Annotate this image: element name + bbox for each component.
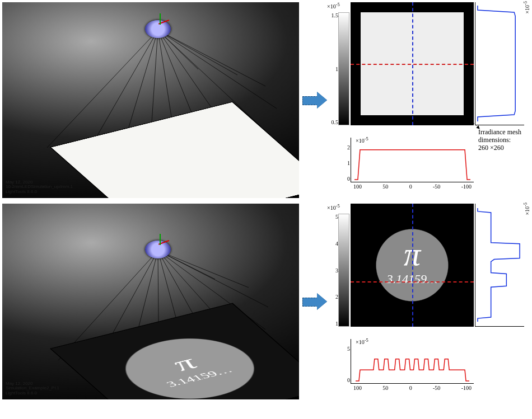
vertical-profile-pi: ×10-5 — [475, 204, 524, 327]
colorbar-gradient — [338, 214, 349, 327]
heatmap-xticks — [351, 126, 474, 136]
colorbar-gradient — [338, 12, 349, 125]
arrow-icon — [302, 293, 327, 310]
cbar-tick: 5 — [330, 214, 338, 220]
render-stamp: May 12, 2020 10-2mmLEDSimulation_updmm.1… — [6, 180, 73, 195]
vprof-exp: ×10 — [524, 5, 530, 14]
cbar-tick: 1.5 — [330, 12, 338, 18]
horizontal-profile-pi: ×10-5 5 0 100 50 0 -50 -100 — [351, 339, 474, 384]
ytick: 0 — [343, 377, 350, 383]
vprof-sup: -5 — [523, 1, 528, 5]
svg-line-9 — [158, 30, 265, 86]
vprof-exp: ×10 — [524, 206, 530, 215]
crosshair-horizontal — [351, 64, 474, 65]
svg-line-22 — [158, 251, 249, 288]
xtick: 50 — [382, 183, 388, 190]
xtick: 0 — [409, 385, 412, 391]
crosshair-horizontal — [351, 281, 474, 283]
heatmap-xticks — [351, 328, 474, 338]
vprof-sup: -5 — [523, 203, 528, 206]
mesh-annotation: Irradiance mesh dimensions: 260 ×260 — [465, 114, 521, 153]
ytick: 0 — [343, 176, 350, 182]
xtick: 0 — [409, 183, 412, 190]
cbar-tick: 1 — [330, 66, 338, 72]
cbar-tick: 1 — [330, 321, 338, 327]
render-stamp: May 12, 2020 Simulation_Example2_PI.1 Li… — [6, 382, 59, 396]
xtick: -100 — [461, 183, 472, 190]
hprof-sup: -5 — [365, 136, 368, 142]
vertical-profile-uniform: ×10-5 — [475, 2, 524, 125]
ytick: 5 — [343, 346, 350, 352]
svg-line-8 — [158, 30, 277, 109]
cbar-sup: -5 — [336, 204, 340, 209]
hprof-exp: ×10 — [356, 138, 365, 144]
cbar-tick: 2 — [330, 294, 338, 300]
horizontal-profile-uniform: ×10-5 2 1 0 100 50 0 -50 -100 — [351, 138, 474, 182]
ytick: 2 — [343, 144, 350, 150]
xtick: 100 — [353, 183, 362, 190]
render-uniform: May 12, 2020 10-2mmLEDSimulation_updmm.1… — [2, 2, 299, 198]
xtick: -100 — [461, 385, 472, 391]
xtick: -50 — [433, 385, 440, 391]
render-pi: π 3.14159… May 12, 2020 Simulation_Examp… — [2, 204, 299, 399]
cbar-exp: ×10 — [327, 3, 336, 10]
cbar-exp: ×10 — [327, 205, 336, 211]
colorbar: ×10-5 1.5 1 0.5 — [330, 2, 349, 125]
cbar-sup: -5 — [336, 2, 340, 7]
svg-line-12 — [467, 116, 479, 129]
svg-line-10 — [158, 30, 237, 75]
xtick: 100 — [353, 385, 362, 391]
cbar-tick: 4 — [330, 241, 338, 247]
analysis-uniform: ×10-5 1.5 1 0.5 ×10-5 ×10-5 2 1 — [330, 2, 530, 198]
ytick: 1 — [343, 160, 350, 166]
irradiance-map-uniform — [351, 2, 474, 125]
hprof-exp: ×10 — [356, 339, 365, 345]
cbar-tick: 0.5 — [330, 119, 338, 125]
crosshair-vertical — [412, 204, 413, 327]
xtick: 50 — [382, 385, 388, 391]
xtick: -50 — [433, 183, 440, 190]
arrow-icon — [302, 92, 327, 109]
analysis-pi: ×10-5 5 4 3 2 1 π 3.14159… ×10-5 — [330, 204, 530, 399]
colorbar: ×10-5 5 4 3 2 1 — [330, 204, 349, 327]
cbar-tick: 3 — [330, 267, 338, 274]
irradiance-map-pi: π 3.14159… — [351, 204, 474, 327]
hprof-sup: -5 — [365, 338, 368, 343]
mesh-annotation-text: Irradiance mesh dimensions: 260 ×260 — [478, 129, 529, 152]
